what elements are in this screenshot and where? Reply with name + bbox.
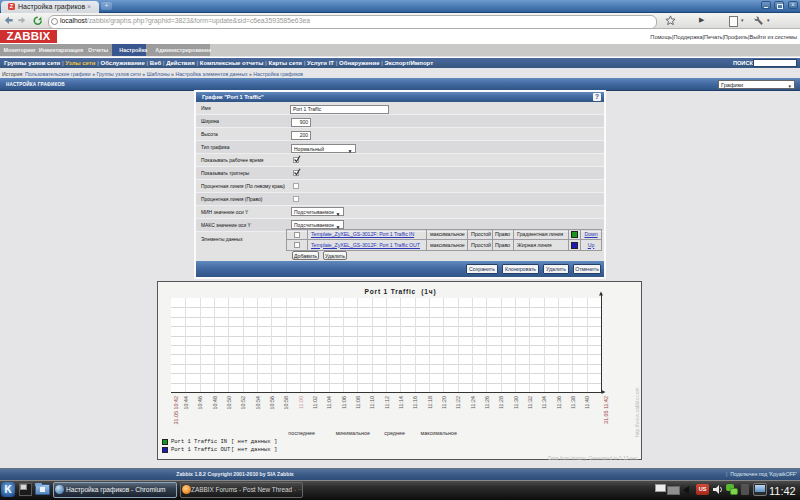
svg-text:10:46: 10:46	[197, 396, 203, 410]
svg-text:10:44: 10:44	[183, 396, 189, 410]
svg-text:10:50: 10:50	[226, 396, 232, 410]
svg-text:11:04: 11:04	[326, 396, 332, 409]
svg-text:11:22: 11:22	[455, 396, 461, 409]
svg-text:11:06: 11:06	[341, 396, 347, 409]
svg-text:11:28: 11:28	[498, 396, 504, 409]
svg-text:11:24: 11:24	[470, 396, 476, 409]
svg-text:11:30: 11:30	[513, 396, 519, 409]
svg-text:31.05 11:42: 31.05 11:42	[603, 396, 609, 424]
svg-text:11:18: 11:18	[427, 396, 433, 409]
svg-text:11:36: 11:36	[556, 396, 562, 409]
svg-text:11:12: 11:12	[384, 396, 390, 409]
svg-text:11:40: 11:40	[584, 396, 590, 409]
svg-text:10:54: 10:54	[255, 396, 261, 410]
svg-text:11:20: 11:20	[441, 396, 447, 409]
svg-text:11:10: 11:10	[369, 396, 375, 409]
svg-text:31.05 10:42: 31.05 10:42	[173, 396, 179, 424]
svg-text:11:00: 11:00	[298, 396, 304, 409]
svg-text:11:26: 11:26	[484, 396, 490, 409]
svg-text:http://www.zabbix.com: http://www.zabbix.com	[634, 387, 640, 437]
svg-text:10:56: 10:56	[269, 396, 275, 410]
svg-text:11:08: 11:08	[355, 396, 361, 409]
svg-text:11:32: 11:32	[527, 396, 533, 409]
svg-text:10:52: 10:52	[240, 396, 246, 410]
svg-text:10:58: 10:58	[283, 396, 289, 410]
svg-text:11:02: 11:02	[312, 396, 318, 409]
svg-text:11:16: 11:16	[412, 396, 418, 409]
svg-text:11:38: 11:38	[570, 396, 576, 409]
svg-text:10:48: 10:48	[212, 396, 218, 410]
svg-text:11:34: 11:34	[541, 396, 547, 409]
svg-text:11:14: 11:14	[398, 396, 404, 409]
